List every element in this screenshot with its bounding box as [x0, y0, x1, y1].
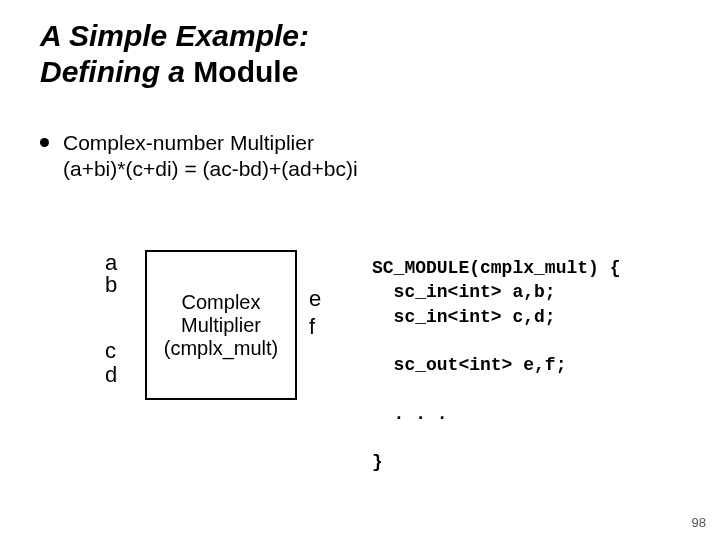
title-line1: A Simple Example: [40, 19, 309, 52]
code-l3: sc_in<int> c,d; [372, 307, 556, 327]
bullet-text: Complex-number Multiplier (a+bi)*(c+di) … [63, 130, 358, 183]
bullet-item: Complex-number Multiplier (a+bi)*(c+di) … [40, 130, 358, 183]
bullet-dot-icon [40, 138, 49, 147]
code-l2: sc_in<int> a,b; [372, 282, 556, 302]
bullet-line2: (a+bi)*(c+di) = (ac-bd)+(ad+bc)i [63, 157, 358, 180]
code-l5: sc_out<int> e,f; [372, 355, 566, 375]
port-c-label: c [105, 338, 116, 364]
code-l1: SC_MODULE(cmplx_mult) { [372, 258, 620, 278]
slide-title: A Simple Example: Defining a Module [40, 18, 309, 90]
module-box-line2: Multiplier [181, 314, 261, 337]
page-number: 98 [692, 515, 706, 530]
module-diagram: a b c d e f Complex Multiplier (cmplx_mu… [85, 250, 345, 430]
port-f-label: f [309, 314, 315, 340]
port-d-label: d [105, 362, 117, 388]
code-block: SC_MODULE(cmplx_mult) { sc_in<int> a,b; … [372, 256, 620, 475]
module-box-line1: Complex [182, 291, 261, 314]
module-box-line3: (cmplx_mult) [164, 337, 278, 360]
port-e-label: e [309, 286, 321, 312]
port-b-label: b [105, 272, 117, 298]
bullet-line1: Complex-number Multiplier [63, 131, 314, 154]
code-l7: . . . [372, 404, 448, 424]
code-l9: } [372, 452, 383, 472]
title-line2-normal: Module [193, 55, 298, 88]
module-box: Complex Multiplier (cmplx_mult) [145, 250, 297, 400]
title-line2-italic: Defining a [40, 55, 193, 88]
